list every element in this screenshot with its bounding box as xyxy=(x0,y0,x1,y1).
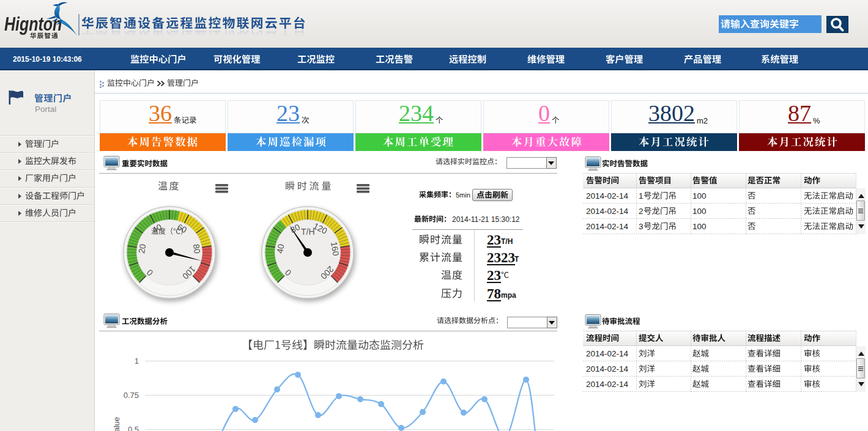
svg-text:80: 80 xyxy=(191,243,202,254)
svg-text:20: 20 xyxy=(136,243,147,254)
svg-text:40: 40 xyxy=(275,243,286,254)
